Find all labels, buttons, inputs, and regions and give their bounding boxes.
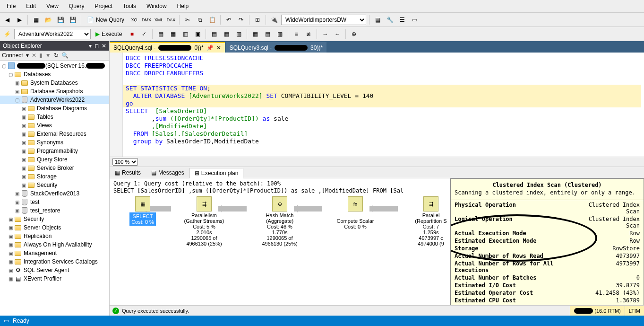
- editor-code[interactable]: DBCC FREESESSIONCACHE DBCC FREEPROCCACHE…: [123, 53, 644, 157]
- database-selector[interactable]: WideWorldImportersDW: [281, 15, 366, 25]
- xmla-icon[interactable]: XML: [154, 15, 164, 25]
- mdx-icon[interactable]: XQ: [129, 15, 139, 25]
- menu-help[interactable]: Help: [172, 1, 194, 11]
- tree-server[interactable]: ▢(SQL Server 16.: [0, 62, 109, 70]
- sqlcmd-icon[interactable]: ▥: [233, 29, 244, 39]
- tree-databases[interactable]: ▢Databases: [0, 70, 109, 79]
- filter-icon[interactable]: ▼: [45, 52, 51, 59]
- tree-qstore[interactable]: ▣Query Store: [0, 155, 109, 164]
- include-plan-icon[interactable]: ▤: [209, 29, 219, 39]
- tree-repl[interactable]: ▣Replication: [0, 232, 109, 240]
- dropdown-icon[interactable]: ▾: [89, 43, 92, 49]
- tree-aoha[interactable]: ▣Always On High Availability: [0, 240, 109, 249]
- results-grid-icon[interactable]: ▦: [250, 29, 260, 39]
- tree-diagrams[interactable]: ▣Database Diagrams: [0, 104, 109, 113]
- tree-prog[interactable]: ▣Programmability: [0, 147, 109, 155]
- sql-editor[interactable]: DBCC FREESESSIONCACHE DBCC FREEPROCCACHE…: [110, 53, 644, 157]
- tree-extres[interactable]: ▣External Resources: [0, 130, 109, 138]
- close-icon[interactable]: ✕: [102, 43, 106, 49]
- tree-security2[interactable]: ▣Security: [0, 215, 109, 223]
- results-tab[interactable]: ▦Results: [110, 167, 146, 178]
- registered-servers-icon[interactable]: ▤: [372, 15, 383, 25]
- query-options-icon[interactable]: ▦: [168, 29, 178, 39]
- tree-sbroker[interactable]: ▣Service Broker: [0, 164, 109, 172]
- save-icon[interactable]: 💾: [55, 15, 66, 25]
- open-icon[interactable]: 📂: [43, 15, 53, 25]
- sql-icon[interactable]: ⚡: [2, 29, 12, 39]
- plan-node-hashmatch[interactable]: ⊕ Hash Match (Aggregate) Cost: 46 % 1.77…: [247, 196, 313, 247]
- menu-view[interactable]: View: [42, 1, 63, 11]
- refresh-icon[interactable]: ↻: [54, 52, 59, 59]
- current-database-selector[interactable]: AdventureWorks2022: [14, 29, 91, 39]
- tree-so2013[interactable]: ▣StackOverflow2013: [0, 189, 109, 198]
- zoom-selector[interactable]: 100 %: [112, 158, 138, 166]
- dmx-icon[interactable]: DMX: [141, 15, 152, 25]
- save-all-icon[interactable]: 💾: [68, 15, 78, 25]
- execution-plan-area[interactable]: Query 1: Query cost (relative to the bat…: [110, 178, 644, 305]
- uncomment-icon[interactable]: ≢: [303, 29, 314, 39]
- estimated-plan-icon[interactable]: ▤: [155, 29, 166, 39]
- tree-storage[interactable]: ▣Storage: [0, 172, 109, 181]
- tree-sysdb[interactable]: ▣System Databases: [0, 79, 109, 87]
- template-icon[interactable]: ▭: [409, 15, 420, 25]
- tree-aw2022[interactable]: ▢AdventureWorks2022: [0, 96, 109, 104]
- new-query-button[interactable]: 📄 New Query: [84, 16, 127, 24]
- paste-icon[interactable]: 📋: [207, 15, 217, 25]
- menu-edit[interactable]: Edit: [21, 1, 41, 11]
- stop-icon[interactable]: ■: [127, 29, 137, 39]
- tab-pin-icon[interactable]: 📌: [206, 44, 214, 51]
- parse-icon[interactable]: ✓: [139, 29, 149, 39]
- properties-icon[interactable]: 🔧: [385, 15, 395, 25]
- disconnect-icon[interactable]: ✕: [32, 52, 36, 59]
- connect-button[interactable]: Connect: [2, 52, 23, 59]
- menu-tools[interactable]: Tools: [118, 1, 141, 11]
- tree-serverobj[interactable]: ▣Server Objects: [0, 223, 109, 232]
- back-icon[interactable]: ◀: [2, 15, 12, 25]
- redo-icon[interactable]: ↷: [236, 15, 246, 25]
- undo-icon[interactable]: ↶: [223, 15, 234, 25]
- plan-node-parallelism[interactable]: ⇶ Parallelism (Gather Streams) Cost: 5 %…: [171, 196, 237, 247]
- menu-window[interactable]: Window: [142, 1, 172, 11]
- menu-project[interactable]: Project: [90, 1, 117, 11]
- connect-icon[interactable]: 🔌: [269, 15, 279, 25]
- forward-icon[interactable]: ▶: [14, 15, 25, 25]
- tree-testrestore[interactable]: ▣test_restore: [0, 206, 109, 215]
- comment-icon[interactable]: ≡: [291, 29, 301, 39]
- tree-views[interactable]: ▣Views: [0, 121, 109, 130]
- pin-icon[interactable]: ⊓: [94, 43, 99, 49]
- specify-values-icon[interactable]: ⊕: [349, 29, 359, 39]
- copy-icon[interactable]: ⧉: [195, 15, 205, 25]
- intellisense-icon[interactable]: ▥: [180, 29, 190, 39]
- tree-security[interactable]: ▣Security: [0, 181, 109, 189]
- results-file-icon[interactable]: ▥: [275, 29, 285, 39]
- plan-node-computescalar[interactable]: fx Compute Scalar Cost: 0 %: [322, 196, 388, 229]
- execution-plan-tab[interactable]: ⊞Execution plan: [189, 168, 244, 178]
- tab-sqlquery3[interactable]: SQLQuery3.sql - 30))*: [226, 42, 326, 53]
- tree-dbsnap[interactable]: ▣Database Snapshots: [0, 87, 109, 96]
- new-solution-icon[interactable]: ▦: [31, 15, 41, 25]
- search-icon[interactable]: 🔍: [61, 52, 69, 59]
- results-text-icon[interactable]: ▤: [262, 29, 273, 39]
- toolbox-icon[interactable]: ☰: [397, 15, 407, 25]
- messages-tab[interactable]: ▤Messages: [146, 167, 189, 178]
- dax-icon[interactable]: DAX: [166, 15, 176, 25]
- tree-mgmt[interactable]: ▣Management: [0, 249, 109, 257]
- connect-dropdown-icon[interactable]: ▾: [26, 52, 29, 59]
- menu-query[interactable]: Query: [64, 1, 89, 11]
- tab-close-icon[interactable]: ✕: [216, 44, 221, 51]
- stop-icon2[interactable]: ▮: [39, 52, 43, 59]
- tree-test[interactable]: ▣test: [0, 198, 109, 206]
- outdent-icon[interactable]: ←: [332, 29, 343, 39]
- cut-icon[interactable]: ✂: [182, 15, 193, 25]
- live-stats-icon[interactable]: ▣: [192, 29, 203, 39]
- tree-synonyms[interactable]: ▣Synonyms: [0, 138, 109, 147]
- tree-isc[interactable]: ▣Integration Services Catalogs: [0, 257, 109, 266]
- include-stats-icon[interactable]: ▦: [221, 29, 232, 39]
- execute-button[interactable]: ▶ Execute: [93, 30, 125, 38]
- activity-icon[interactable]: ⊞: [252, 15, 263, 25]
- plan-node-select[interactable]: ▦ SELECTCost: 0 %: [110, 196, 176, 226]
- indent-icon[interactable]: →: [320, 29, 330, 39]
- menu-file[interactable]: File: [2, 1, 20, 11]
- tab-sqlquery4[interactable]: SQLQuery4.sql - 0))* 📌 ✕: [110, 42, 225, 53]
- object-explorer-tree[interactable]: ▢(SQL Server 16. ▢Databases ▣System Data…: [0, 61, 109, 316]
